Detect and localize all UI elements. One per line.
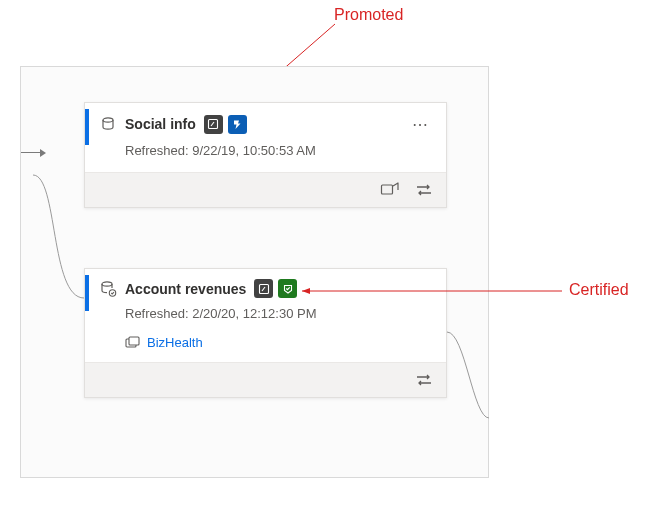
- card-more-button[interactable]: ⋯: [406, 113, 434, 135]
- dataset-linked-icon: [99, 280, 117, 298]
- card-title: Social info: [125, 116, 196, 132]
- swap-icon[interactable]: [414, 371, 434, 389]
- database-icon: [99, 115, 117, 133]
- dataset-card-social-info[interactable]: Social info ⋯ Refreshed: 9/22/19, 10:50:…: [84, 102, 447, 208]
- lineage-rail-line: [21, 152, 41, 153]
- card-title: Account revenues: [125, 281, 246, 297]
- svg-rect-4: [382, 185, 393, 194]
- sensitivity-icon[interactable]: [204, 115, 223, 134]
- annotation-promoted-label: Promoted: [334, 6, 403, 24]
- workspace-link[interactable]: BizHealth: [147, 335, 203, 350]
- dataset-card-account-revenues[interactable]: Account revenues Refreshed: 2/20/20, 12:…: [84, 268, 447, 398]
- svg-point-5: [102, 281, 112, 285]
- svg-rect-9: [129, 337, 139, 345]
- card-refreshed-text: Refreshed: 2/20/20, 12:12:30 PM: [85, 302, 446, 335]
- certified-icon[interactable]: [278, 279, 297, 298]
- share-out-icon[interactable]: [380, 181, 400, 199]
- sensitivity-icon[interactable]: [254, 279, 273, 298]
- lineage-rail-arrow: [40, 149, 46, 157]
- swap-icon[interactable]: [414, 181, 434, 199]
- annotation-certified-label: Certified: [569, 281, 629, 299]
- card-accent-bar: [85, 109, 89, 145]
- workspace-icon: [125, 336, 141, 350]
- svg-point-2: [103, 118, 113, 122]
- promoted-icon[interactable]: [228, 115, 247, 134]
- card-accent-bar: [85, 275, 89, 311]
- card-refreshed-text: Refreshed: 9/22/19, 10:50:53 AM: [85, 139, 446, 172]
